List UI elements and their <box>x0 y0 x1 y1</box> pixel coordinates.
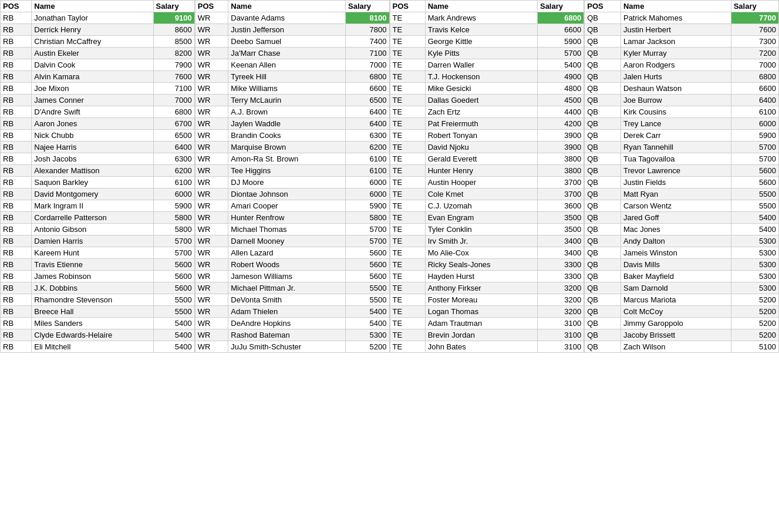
salary-cell: 5500 <box>731 200 778 212</box>
table-row: QBDavis Mills5300 <box>585 259 779 271</box>
salary-cell: 6800 <box>537 12 584 24</box>
name-cell: Travis Kelce <box>425 24 537 36</box>
name-cell: Tee Higgins <box>228 165 346 177</box>
table-row: WRMichael Pittman Jr.5500 <box>195 282 389 294</box>
name-cell: Austin Hooper <box>425 177 537 188</box>
name-cell: Dallas Goedert <box>425 95 537 106</box>
name-cell: Tyreek Hill <box>228 71 346 83</box>
name-cell: Nick Chubb <box>32 130 153 142</box>
salary-cell: 7800 <box>346 24 389 36</box>
name-cell: Gerald Everett <box>425 153 537 165</box>
header-name: Name <box>620 1 731 12</box>
salary-cell: 6300 <box>153 153 194 165</box>
name-cell: David Njoku <box>425 142 537 153</box>
table-row: TECole Kmet3700 <box>390 188 584 200</box>
salary-cell: 5500 <box>731 188 778 200</box>
name-cell: Joe Mixon <box>32 83 153 95</box>
table-row: TEMo Alie-Cox3400 <box>390 247 584 259</box>
salary-cell: 6400 <box>731 95 778 106</box>
position-cell: QB <box>585 329 621 341</box>
name-cell: James Robinson <box>32 271 153 282</box>
salary-cell: 5400 <box>731 224 778 235</box>
position-cell: RB <box>1 59 32 71</box>
table-row: TEFoster Moreau3200 <box>390 294 584 306</box>
salary-cell: 7100 <box>153 83 194 95</box>
salary-cell: 6100 <box>346 153 389 165</box>
position-cell: RB <box>1 106 32 118</box>
name-cell: Kirk Cousins <box>620 106 731 118</box>
name-cell: Brevin Jordan <box>425 329 537 341</box>
salary-cell: 3100 <box>537 341 584 353</box>
name-cell: Keenan Allen <box>228 59 346 71</box>
name-cell: Cole Kmet <box>425 188 537 200</box>
position-cell: TE <box>390 165 425 177</box>
position-cell: RB <box>1 177 32 188</box>
table-row: RBClyde Edwards-Helaire5400 <box>1 329 195 341</box>
table-row: QBBaker Mayfield5300 <box>585 271 779 282</box>
name-cell: Justin Fields <box>620 177 731 188</box>
header-salary: Salary <box>731 1 778 12</box>
salary-cell: 5600 <box>731 165 778 177</box>
position-cell: QB <box>585 259 621 271</box>
table-row: WRMarquise Brown6200 <box>195 142 389 153</box>
name-cell: Tua Tagovailoa <box>620 153 731 165</box>
main-container: POSNameSalaryRBJonathan Taylor9100RBDerr… <box>0 0 779 353</box>
table-row: RBRhamondre Stevenson5500 <box>1 294 195 306</box>
salary-cell: 4900 <box>537 71 584 83</box>
salary-cell: 5300 <box>731 235 778 247</box>
table-row: WRHunter Renfrow5800 <box>195 212 389 224</box>
name-cell: Deebo Samuel <box>228 36 346 48</box>
salary-cell: 4500 <box>537 95 584 106</box>
table-row: QBDeshaun Watson6600 <box>585 83 779 95</box>
position-cell: TE <box>390 95 425 106</box>
table-row: WRMichael Thomas5700 <box>195 224 389 235</box>
salary-cell: 5400 <box>153 318 194 329</box>
position-cell: TE <box>390 259 425 271</box>
header-pos: POS <box>195 1 228 12</box>
name-cell: Ja'Marr Chase <box>228 48 346 59</box>
name-cell: Mike Gesicki <box>425 83 537 95</box>
table-row: QBMatt Ryan5500 <box>585 188 779 200</box>
name-cell: Pat Freiermuth <box>425 118 537 130</box>
salary-cell: 5900 <box>537 36 584 48</box>
salary-cell: 5700 <box>731 142 778 153</box>
name-cell: JuJu Smith-Schuster <box>228 341 346 353</box>
salary-cell: 6300 <box>346 130 389 142</box>
position-cell: TE <box>390 329 425 341</box>
table-row: WRDeAndre Hopkins5400 <box>195 318 389 329</box>
table-row: WRDiontae Johnson6000 <box>195 188 389 200</box>
name-cell: Clyde Edwards-Helaire <box>32 329 153 341</box>
table-row: QBJacoby Brissett5200 <box>585 329 779 341</box>
salary-cell: 5700 <box>346 235 389 247</box>
position-cell: WR <box>195 130 228 142</box>
table-row: TEDavid Njoku3900 <box>390 142 584 153</box>
table-row: TEAustin Hooper3700 <box>390 177 584 188</box>
table-row: WRJameson Williams5600 <box>195 271 389 282</box>
salary-cell: 5600 <box>346 259 389 271</box>
table-row: WRTee Higgins6100 <box>195 165 389 177</box>
salary-cell: 3400 <box>537 247 584 259</box>
position-cell: TE <box>390 106 425 118</box>
salary-cell: 5300 <box>731 247 778 259</box>
salary-cell: 3300 <box>537 271 584 282</box>
name-cell: J.K. Dobbins <box>32 282 153 294</box>
position-cell: TE <box>390 36 425 48</box>
table-row: RBEli Mitchell5400 <box>1 341 195 353</box>
salary-cell: 5400 <box>537 59 584 71</box>
position-cell: RB <box>1 24 32 36</box>
header-name: Name <box>32 1 153 12</box>
name-cell: Damien Harris <box>32 235 153 247</box>
table-row: RBJoe Mixon7100 <box>1 83 195 95</box>
salary-cell: 5300 <box>346 329 389 341</box>
position-cell: WR <box>195 329 228 341</box>
position-cell: TE <box>390 294 425 306</box>
name-cell: Tyler Conklin <box>425 224 537 235</box>
position-cell: RB <box>1 188 32 200</box>
name-cell: Matt Ryan <box>620 188 731 200</box>
name-cell: Adam Trautman <box>425 318 537 329</box>
table-row: WRDarnell Mooney5700 <box>195 235 389 247</box>
position-cell: TE <box>390 130 425 142</box>
position-cell: WR <box>195 235 228 247</box>
name-cell: Andy Dalton <box>620 235 731 247</box>
salary-cell: 5500 <box>153 294 194 306</box>
